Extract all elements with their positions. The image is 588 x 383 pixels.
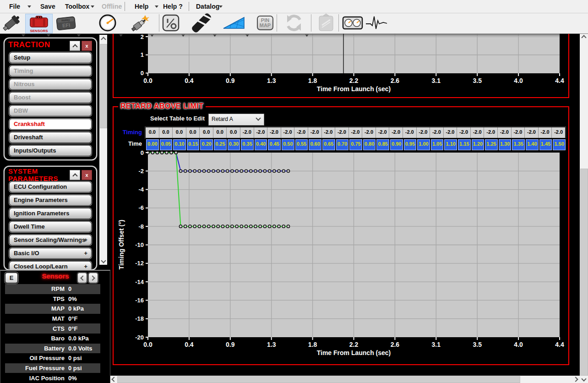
menu-file[interactable]: File: [9, 0, 20, 13]
sidebar-button-basic-i-o[interactable]: Basic I/O+: [9, 248, 92, 259]
time-cell[interactable]: 0.15: [187, 139, 200, 150]
sidebar-button-crankshaft[interactable]: Crankshaft: [9, 119, 92, 130]
sensors-edit-button[interactable]: E: [5, 272, 18, 284]
toolbar-gauge-button[interactable]: [97, 14, 118, 32]
timing-cell[interactable]: -2.0: [444, 127, 457, 138]
menu-help[interactable]: Help: [135, 0, 148, 13]
toolbar-tire-button[interactable]: [191, 14, 212, 32]
timing-cell[interactable]: -2.0: [294, 127, 308, 138]
sensors-prev-button[interactable]: [77, 273, 87, 283]
time-cell[interactable]: 0.75: [349, 139, 362, 150]
toolbar-fuel-injector-button[interactable]: [1, 14, 22, 32]
timing-cell[interactable]: -2.0: [376, 127, 390, 138]
timing-cell[interactable]: 0.0: [186, 127, 200, 138]
timing-cell[interactable]: -2.0: [417, 127, 430, 138]
table-select-dropdown[interactable]: Retard A: [208, 114, 264, 126]
time-cell[interactable]: 1.50: [553, 139, 566, 150]
menu-toolbox[interactable]: Toolbox: [65, 0, 89, 13]
time-cell[interactable]: 0.95: [404, 139, 417, 150]
timing-cell[interactable]: -2.0: [498, 127, 512, 138]
time-cell[interactable]: 0.05: [160, 139, 173, 150]
time-cell[interactable]: 1.45: [539, 139, 552, 150]
timing-cell[interactable]: -2.0: [281, 127, 295, 138]
sidebar-button-engine-parameters[interactable]: Engine Parameters: [9, 195, 92, 206]
timing-cell[interactable]: -2.0: [484, 127, 498, 138]
timing-cell[interactable]: -2.0: [240, 127, 254, 138]
time-cell[interactable]: 0.65: [322, 139, 335, 150]
time-cell[interactable]: 0.00: [146, 139, 159, 150]
timing-cell[interactable]: 0.0: [213, 127, 227, 138]
time-cell[interactable]: 1.40: [526, 139, 539, 150]
time-cell[interactable]: 0.80: [363, 139, 376, 150]
time-cell[interactable]: 0.25: [214, 139, 227, 150]
time-cell[interactable]: 1.30: [499, 139, 512, 150]
retard-chart[interactable]: 0-2-4-6-8-10-12-14-16-18-200.00.40.91.31…: [114, 149, 568, 361]
time-cell[interactable]: 1.05: [431, 139, 444, 150]
sidebar-button-driveshaft[interactable]: Driveshaft: [9, 132, 92, 143]
timing-cell[interactable]: -2.0: [552, 127, 565, 138]
menu-help-question[interactable]: Help ?: [163, 0, 183, 13]
time-cell[interactable]: 1.15: [458, 139, 471, 150]
timing-cell[interactable]: 0.0: [173, 127, 186, 138]
toolbar-sensors-button[interactable]: SENSORS: [25, 14, 53, 33]
close-icon[interactable]: x: [82, 170, 92, 180]
timing-cell[interactable]: 0.0: [200, 127, 213, 138]
timing-cell[interactable]: -2.0: [389, 127, 403, 138]
time-cell[interactable]: 0.40: [255, 139, 267, 150]
timing-cell[interactable]: -2.0: [430, 127, 444, 138]
sidebar-button-ignition-parameters[interactable]: Ignition Parameters: [9, 208, 92, 219]
time-cell[interactable]: 1.00: [417, 139, 430, 150]
timing-cell[interactable]: -2.0: [308, 127, 322, 138]
time-cell[interactable]: 0.85: [376, 139, 389, 150]
scroll-left-icon[interactable]: [110, 376, 117, 383]
toolbar-pin-map-button[interactable]: PIN MAP: [255, 14, 276, 32]
scroll-up-icon[interactable]: [99, 35, 107, 42]
sidebar-button-sensor-scaling-warnings[interactable]: Sensor Scaling/Warnings+: [9, 235, 92, 246]
toolbar-gauges-panel-button[interactable]: [342, 14, 364, 32]
timing-cell[interactable]: 0.0: [146, 127, 159, 138]
scroll-up-icon[interactable]: [580, 33, 588, 40]
time-cell[interactable]: 0.30: [228, 139, 240, 150]
time-cell[interactable]: 0.45: [268, 139, 281, 150]
time-cell[interactable]: 0.60: [309, 139, 321, 150]
main-vertical-scrollbar[interactable]: [580, 33, 588, 383]
sidebar-button-dwell-time[interactable]: Dwell Time: [9, 221, 92, 232]
sidebar-button-setup[interactable]: Setup: [9, 52, 92, 63]
sensors-next-button[interactable]: [88, 273, 98, 283]
time-cell[interactable]: 1.35: [512, 139, 525, 150]
sidebar-scrollbar-thumb[interactable]: [100, 44, 107, 128]
menu-save[interactable]: Save: [40, 0, 55, 13]
time-cell[interactable]: 1.10: [444, 139, 457, 150]
collapse-button[interactable]: [70, 170, 80, 180]
time-cell[interactable]: 0.50: [282, 139, 294, 150]
time-cell[interactable]: 1.25: [485, 139, 498, 150]
timing-cell[interactable]: -2.0: [457, 127, 471, 138]
time-cell[interactable]: 0.35: [241, 139, 254, 150]
timing-cell[interactable]: -2.0: [362, 127, 376, 138]
timing-cell[interactable]: -2.0: [335, 127, 349, 138]
toolbar-spark-plug-button[interactable]: [130, 14, 150, 32]
timing-cell[interactable]: -2.0: [322, 127, 336, 138]
close-icon[interactable]: x: [82, 41, 92, 51]
time-cell[interactable]: 0.20: [200, 139, 213, 150]
main-horizontal-scrollbar[interactable]: [110, 376, 580, 383]
timing-cell[interactable]: -2.0: [403, 127, 417, 138]
vertical-scrollbar-thumb[interactable]: [580, 169, 588, 376]
timing-cell[interactable]: -2.0: [539, 127, 552, 138]
time-cell[interactable]: 0.55: [295, 139, 308, 150]
timing-cell[interactable]: -2.0: [349, 127, 363, 138]
collapse-button[interactable]: [70, 41, 80, 51]
time-cell[interactable]: 1.20: [472, 139, 485, 150]
timing-cell[interactable]: -2.0: [254, 127, 268, 138]
launch-chart[interactable]: 2100.00.40.91.31.82.22.63.13.54.04.4Time…: [114, 33, 568, 97]
time-cell[interactable]: 0.70: [336, 139, 349, 150]
toolbar-3d-table-button[interactable]: [223, 14, 245, 32]
timing-cell[interactable]: 0.0: [227, 127, 240, 138]
toolbar-io-button[interactable]: [161, 14, 180, 32]
sidebar-button-inputs-outputs[interactable]: Inputs/Outputs: [9, 145, 92, 156]
toolbar-scope-button[interactable]: [365, 14, 388, 32]
scroll-down-icon[interactable]: [99, 257, 107, 265]
timing-cell[interactable]: -2.0: [471, 127, 485, 138]
scroll-down-icon[interactable]: [580, 376, 588, 383]
sidebar-button-ecu-configuration[interactable]: ECU Configuration: [9, 181, 92, 192]
